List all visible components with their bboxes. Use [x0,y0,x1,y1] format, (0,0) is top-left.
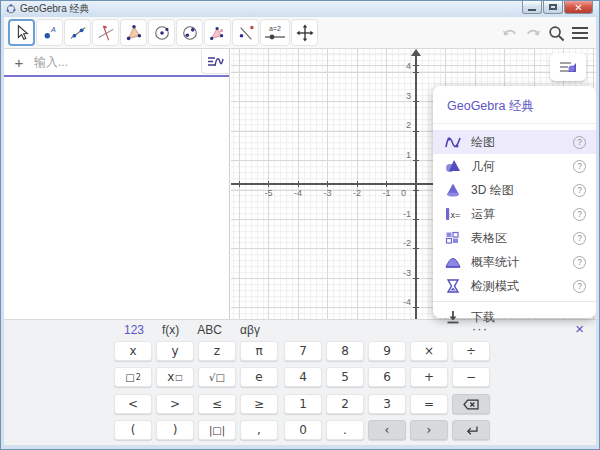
help-icon[interactable]: ? [573,136,586,149]
menu-item-label: 下载 [471,309,586,326]
line-tool-button[interactable] [64,19,91,46]
key-less-than[interactable]: < [114,394,152,414]
x-axis-label: -2 [353,188,361,198]
key-6[interactable]: 6 [368,367,406,387]
menu-item-exam-mode[interactable]: 检测模式 ? [433,274,596,298]
key-right-paren[interactable]: ) [156,420,194,440]
key-multiply[interactable]: × [410,341,448,361]
menu-item-download[interactable]: 下载 [433,305,596,329]
menu-item-label: 绘图 [471,134,573,151]
add-expression-button[interactable]: + [4,54,34,71]
keyboard-tab-fx[interactable]: f(x) [162,323,179,337]
point-tool-button[interactable]: A [36,19,63,46]
reflect-tool-button[interactable] [232,19,259,46]
menu-item-label: 几何 [471,158,573,175]
maximize-icon [549,4,557,10]
help-icon[interactable]: ? [573,280,586,293]
keyboard-tab-abc[interactable]: ABC [197,323,222,337]
help-icon[interactable]: ? [573,160,586,173]
titlebar[interactable]: GeoGebra 经典 ✕ [1,1,599,17]
key-greater-than[interactable]: > [156,394,194,414]
menu-item-probability[interactable]: 概率统计 ? [433,250,596,274]
key-9[interactable]: 9 [368,341,406,361]
conic-through-points-tool-button[interactable] [176,19,203,46]
menu-item-graphing[interactable]: 绘图 ? [433,130,596,154]
key-equals[interactable]: = [410,394,448,414]
help-icon[interactable]: ? [573,232,586,245]
key-2[interactable]: 2 [326,394,364,414]
geometry-icon [445,158,461,174]
key-square[interactable]: □2 [114,367,152,387]
key-power[interactable]: x□ [156,367,194,387]
app-switcher-menu: GeoGebra 经典 绘图 ? 几何 [433,86,596,318]
move-tool-button[interactable] [8,19,35,46]
key-comma[interactable]: , [240,420,278,440]
key-8[interactable]: 8 [326,341,364,361]
main-menu-button[interactable] [572,27,588,39]
key-less-equal[interactable]: ≤ [198,394,236,414]
key-5[interactable]: 5 [326,367,364,387]
key-minus[interactable]: − [452,367,490,387]
hamburger-icon [572,27,588,29]
key-greater-equal[interactable]: ≥ [240,394,278,414]
key-decimal-point[interactable]: . [326,420,364,440]
line-icon [69,24,87,42]
menu-item-3d-graphing[interactable]: 3D 绘图 ? [433,178,596,202]
algebra-input[interactable] [34,55,229,69]
cursor-icon [13,24,31,42]
key-cursor-right[interactable]: › [410,420,448,440]
key-sqrt[interactable]: √□ [198,367,236,387]
help-icon[interactable]: ? [573,256,586,269]
help-icon[interactable]: ? [573,184,586,197]
keyboard-tab-greek[interactable]: αβγ [240,323,260,337]
key-e[interactable]: e [240,367,278,387]
key-z[interactable]: z [198,341,236,361]
key-left-paren[interactable]: ( [114,420,152,440]
key-3[interactable]: 3 [368,394,406,414]
algebra-input-style-button[interactable] [201,50,229,74]
graphics-settings-button[interactable] [550,53,586,81]
key-enter[interactable] [452,420,490,440]
menu-item-spreadsheet[interactable]: 表格区 ? [433,226,596,250]
key-1[interactable]: 1 [284,394,322,414]
menu-item-geometry[interactable]: 几何 ? [433,154,596,178]
key-abs[interactable]: |□| [198,420,236,440]
undo-button[interactable] [502,26,518,40]
search-button[interactable] [548,25,565,42]
menu-item-label: 表格区 [471,230,573,247]
input-style-icon [207,55,224,68]
key-pi[interactable]: π [240,341,278,361]
slider-tool-button[interactable]: a=2 [260,19,290,46]
key-7[interactable]: 7 [284,341,322,361]
key-plus[interactable]: + [410,367,448,387]
cas-icon: x= [445,206,461,222]
minimize-button[interactable] [522,1,542,14]
key-cursor-left[interactable]: ‹ [368,420,406,440]
graphing-icon [445,134,461,150]
key-0[interactable]: 0 [284,420,322,440]
move-graphics-view-tool-button[interactable] [291,19,318,46]
circle-with-center-tool-button[interactable] [148,19,175,46]
y-axis-label: -2 [403,238,411,248]
reflect-icon [237,24,255,42]
redo-button[interactable] [525,26,541,40]
key-4[interactable]: 4 [284,367,322,387]
probability-icon [445,254,461,270]
close-button[interactable]: ✕ [564,1,593,14]
polygon-tool-button[interactable] [120,19,147,46]
toolbar: A [4,17,596,49]
y-axis-label: 4 [406,61,411,71]
help-icon[interactable]: ? [573,208,586,221]
perpendicular-line-tool-button[interactable] [92,19,119,46]
key-divide[interactable]: ÷ [452,341,490,361]
key-y[interactable]: y [156,341,194,361]
menu-item-cas[interactable]: x= 运算 ? [433,202,596,226]
app-body: A [4,17,596,445]
key-backspace[interactable] [452,394,490,414]
window-title: GeoGebra 经典 [20,2,89,16]
keyboard-tab-123[interactable]: 123 [124,323,144,337]
key-x[interactable]: x [114,341,152,361]
conic-icon [181,24,199,42]
angle-tool-button[interactable]: a [204,19,231,46]
maximize-button[interactable] [543,1,563,14]
